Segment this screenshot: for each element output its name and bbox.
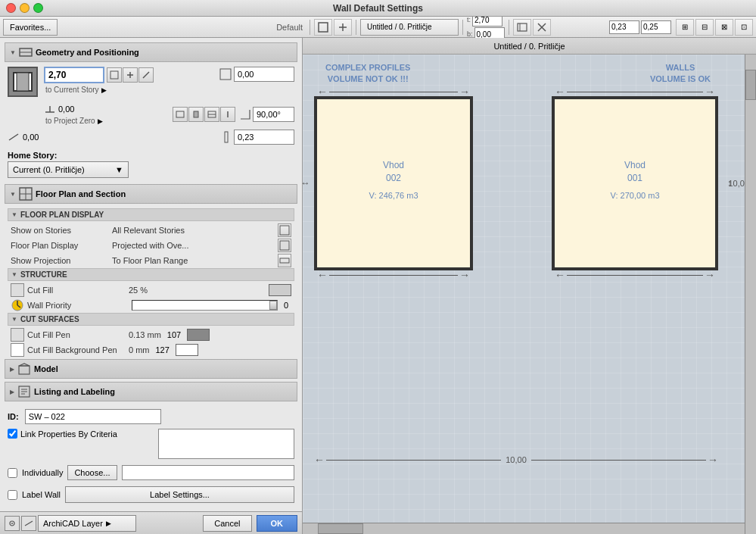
canvas-grid[interactable]: COMPLEX PROFILES VOLUME NOT OK !!! WALLS… xyxy=(303,55,756,534)
offset-input-1[interactable]: 0,00 xyxy=(234,67,294,82)
floor-plan-display-header: ▼ FLOOR PLAN DISPLAY xyxy=(8,208,294,221)
link-properties-label: Link Properties By Criteria xyxy=(20,429,117,439)
cut-fill-swatch[interactable] xyxy=(269,284,291,296)
geo-align-2[interactable] xyxy=(188,107,204,122)
nav-icon-2[interactable]: ⊟ xyxy=(695,19,714,36)
svg-point-41 xyxy=(11,523,13,524)
height2-icon xyxy=(220,131,232,143)
id-input[interactable] xyxy=(25,409,161,424)
toolbar-icon-3[interactable] xyxy=(513,19,531,36)
display-icon[interactable] xyxy=(278,239,291,252)
canvas-title: Untitled / 0. Pritličje xyxy=(493,42,565,51)
id-label: ID: xyxy=(8,412,19,421)
geo-btn-2[interactable] xyxy=(123,67,138,83)
layer-edit-icon[interactable] xyxy=(21,516,36,531)
cut-fill-icon xyxy=(11,283,24,297)
height-inputs: t: 2,70 b: 0,00 xyxy=(467,13,505,41)
window-controls[interactable] xyxy=(0,3,49,13)
svg-line-14 xyxy=(143,72,149,78)
cut-fill-pen-swatch[interactable] xyxy=(187,329,210,341)
minimize-button[interactable] xyxy=(20,3,30,13)
model-section-title: Model xyxy=(34,364,58,373)
geo-align-3[interactable] xyxy=(204,107,219,122)
listing-collapse-icon: ▶ xyxy=(10,389,14,395)
nav-icon-4[interactable]: ⊡ xyxy=(735,19,753,36)
ok-button[interactable]: OK xyxy=(257,515,298,532)
slider-thumb xyxy=(269,301,277,310)
settings-panel: ▼ Geometry and Positioning xyxy=(0,38,303,534)
vertical-scrollbar[interactable] xyxy=(745,55,756,534)
layer-view-icon[interactable] xyxy=(5,516,20,531)
model-section-header[interactable]: ▶ Model xyxy=(5,359,297,379)
layer-button[interactable]: ArchiCAD Layer ▶ xyxy=(38,515,136,532)
floor-icon xyxy=(44,103,56,115)
favorites-button[interactable]: Favorites... xyxy=(3,19,58,36)
to-current-story-label: to Current Story xyxy=(45,86,99,94)
geo-btn-1[interactable] xyxy=(107,67,122,83)
cut-fill-bg-icon xyxy=(11,343,24,357)
choose-input xyxy=(122,465,294,480)
left-volume-label: V: 246,76 m3 xyxy=(369,190,418,199)
toolbar-icon-4[interactable] xyxy=(533,19,551,36)
link-properties-checkbox[interactable] xyxy=(8,429,17,439)
projection-icon[interactable] xyxy=(278,254,291,267)
geo-align-1[interactable] xyxy=(173,107,188,122)
individually-checkbox[interactable] xyxy=(8,468,17,478)
horizontal-scrollbar[interactable] xyxy=(303,523,745,534)
label-settings-button[interactable]: Label Settings... xyxy=(65,486,294,503)
floor-plan-selector[interactable]: Untitled / 0. Pritličje xyxy=(360,19,459,36)
cut-fill-pen-row: Cut Fill Pen 0.13 mm 107 xyxy=(8,327,294,342)
height2-input[interactable]: 0,23 xyxy=(234,130,294,145)
floor-plan-section-header[interactable]: ▼ Floor Plan and Section xyxy=(5,184,297,204)
toolbar-icon-1[interactable] xyxy=(314,19,332,36)
coord-input-2[interactable]: 0,25 xyxy=(641,20,671,34)
layer-area[interactable]: ArchiCAD Layer ▶ xyxy=(5,515,136,532)
geo-align-4[interactable] xyxy=(220,107,235,122)
geometry-section-header[interactable]: ▼ Geometry and Positioning xyxy=(5,42,297,62)
label-wall-label: Label Wall xyxy=(22,490,61,499)
listing-section-header[interactable]: ▶ Listing and Labeling xyxy=(5,382,297,401)
dimension-label: 10,00 xyxy=(502,455,530,464)
geometry-section-title: Geometry and Positioning xyxy=(36,48,139,57)
separator4 xyxy=(509,20,509,35)
offset2-label: 0,00 xyxy=(58,105,74,114)
show-projection-row: Show Projection To Floor Plan Range xyxy=(8,253,294,268)
floor-plan-collapse-icon: ▼ xyxy=(10,191,16,198)
stories-icon[interactable] xyxy=(278,223,291,237)
cancel-button[interactable]: Cancel xyxy=(203,515,251,532)
priority-icon xyxy=(11,298,24,312)
geometry-collapse-icon: ▼ xyxy=(10,49,16,56)
svg-rect-3 xyxy=(518,23,527,31)
maximize-button[interactable] xyxy=(33,3,43,13)
home-story-select[interactable]: Current (0. Pritličje) ▼ xyxy=(8,161,129,178)
svg-line-42 xyxy=(25,521,33,526)
wall-type-icon xyxy=(8,67,38,97)
canvas-panel: Untitled / 0. Pritličje COMPLEX PROFILES… xyxy=(303,38,756,534)
label-wall-checkbox[interactable] xyxy=(8,490,17,500)
to-project-zero-label: to Project Zero xyxy=(45,117,95,125)
offset3-value: 0,00 xyxy=(23,133,39,142)
svg-rect-15 xyxy=(220,69,231,80)
nav-icon-3[interactable]: ⊠ xyxy=(715,19,733,36)
separator xyxy=(310,20,310,35)
right-volume-label: V: 270,00 m3 xyxy=(610,190,659,199)
floor-plan-display-row: Floor Plan Display Projected with Ove... xyxy=(8,238,294,253)
nav-icon-1[interactable]: ⊞ xyxy=(676,19,694,36)
height-input[interactable]: 2,70 xyxy=(44,67,104,83)
left-wall-box: ← → ↕ ← → Vhod 002 xyxy=(314,96,473,270)
canvas-title-bar: Untitled / 0. Pritličje xyxy=(303,38,756,55)
toolbar-icon-2[interactable] xyxy=(334,19,352,36)
choose-button[interactable]: Choose... xyxy=(67,465,117,480)
model-icon xyxy=(17,362,31,376)
floor-plan-section-title: Floor Plan and Section xyxy=(36,189,126,198)
show-on-stories-row: Show on Stories All Relevant Stories xyxy=(8,223,294,238)
wall-priority-slider[interactable] xyxy=(132,300,278,311)
close-button[interactable] xyxy=(6,3,16,13)
individually-label: Individually xyxy=(22,468,63,477)
coord-input-1[interactable]: 0,23 xyxy=(609,20,639,34)
angle-input[interactable]: 90,00° xyxy=(253,107,294,122)
cut-fill-bg-swatch[interactable] xyxy=(176,344,198,356)
offset-icon xyxy=(219,68,232,80)
cut-surfaces-header: ▼ CUT SURFACES xyxy=(8,313,294,326)
geo-btn-3[interactable] xyxy=(138,67,154,83)
